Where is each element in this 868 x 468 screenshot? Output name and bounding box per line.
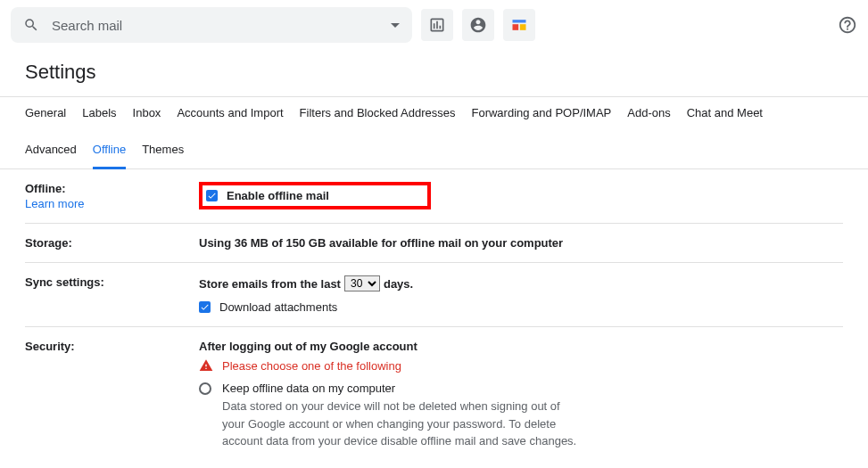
enable-offline-checkbox[interactable] xyxy=(206,190,218,201)
setting-security: Security: After logging out of my Google… xyxy=(25,327,843,463)
tabs-container: General Labels Inbox Accounts and Import… xyxy=(0,96,868,169)
search-icon xyxy=(23,17,39,33)
tab-addons[interactable]: Add-ons xyxy=(627,106,670,130)
security-label: Security: xyxy=(25,340,75,353)
setting-storage: Storage: Using 36 MB of 150 GB available… xyxy=(25,224,843,263)
search-box[interactable] xyxy=(11,7,412,43)
tab-inbox[interactable]: Inbox xyxy=(133,106,161,130)
warning-icon xyxy=(199,358,213,373)
download-attachments-label: Download attachments xyxy=(219,300,337,314)
tab-labels[interactable]: Labels xyxy=(82,106,116,130)
download-attachments-checkbox[interactable] xyxy=(199,301,211,313)
svg-rect-2 xyxy=(520,24,526,30)
setting-offline: Offline: Learn more Enable offline mail xyxy=(25,169,843,224)
security-warning: Please choose one of the following xyxy=(222,359,401,373)
tab-advanced[interactable]: Advanced xyxy=(25,143,77,168)
setting-sync: Sync settings: Store emails from the las… xyxy=(25,263,843,327)
tab-themes[interactable]: Themes xyxy=(142,143,184,168)
app-icon-2[interactable] xyxy=(462,9,494,41)
offline-label: Offline: xyxy=(25,182,66,195)
help-icon[interactable] xyxy=(838,15,857,35)
tab-accounts[interactable]: Accounts and Import xyxy=(177,106,283,130)
search-input[interactable] xyxy=(52,18,391,33)
security-heading: After logging out of my Google account xyxy=(199,340,843,353)
app-icon-3[interactable] xyxy=(503,9,535,41)
sync-label: Sync settings: xyxy=(25,275,104,289)
enable-offline-label: Enable offline mail xyxy=(227,189,329,202)
storage-label: Storage: xyxy=(25,236,72,250)
tabs-row-2: Advanced Offline Themes xyxy=(0,130,868,168)
keep-data-desc: Data stored on your device will not be d… xyxy=(222,398,579,450)
tabs-row-1: General Labels Inbox Accounts and Import… xyxy=(0,97,868,130)
page-title: Settings xyxy=(0,50,868,96)
keep-data-radio[interactable] xyxy=(199,382,211,395)
tab-forwarding[interactable]: Forwarding and POP/IMAP xyxy=(471,106,611,130)
tab-chat[interactable]: Chat and Meet xyxy=(687,106,763,130)
learn-more-link[interactable]: Learn more xyxy=(25,197,199,210)
storage-text: Using 36 MB of 150 GB available for offl… xyxy=(199,236,563,250)
tab-offline[interactable]: Offline xyxy=(93,143,126,169)
keep-data-label: Keep offline data on my computer xyxy=(222,382,843,395)
sync-days-select[interactable]: 30 xyxy=(344,275,380,291)
sync-suffix: days. xyxy=(384,277,413,291)
sync-prefix: Store emails from the last xyxy=(199,277,341,291)
enable-offline-highlight: Enable offline mail xyxy=(199,182,431,209)
tab-general[interactable]: General xyxy=(25,106,66,130)
app-icon-1[interactable] xyxy=(421,9,453,41)
svg-rect-0 xyxy=(513,20,526,22)
search-options-caret[interactable] xyxy=(391,23,400,28)
svg-rect-1 xyxy=(513,24,519,30)
tab-filters[interactable]: Filters and Blocked Addresses xyxy=(300,106,456,130)
